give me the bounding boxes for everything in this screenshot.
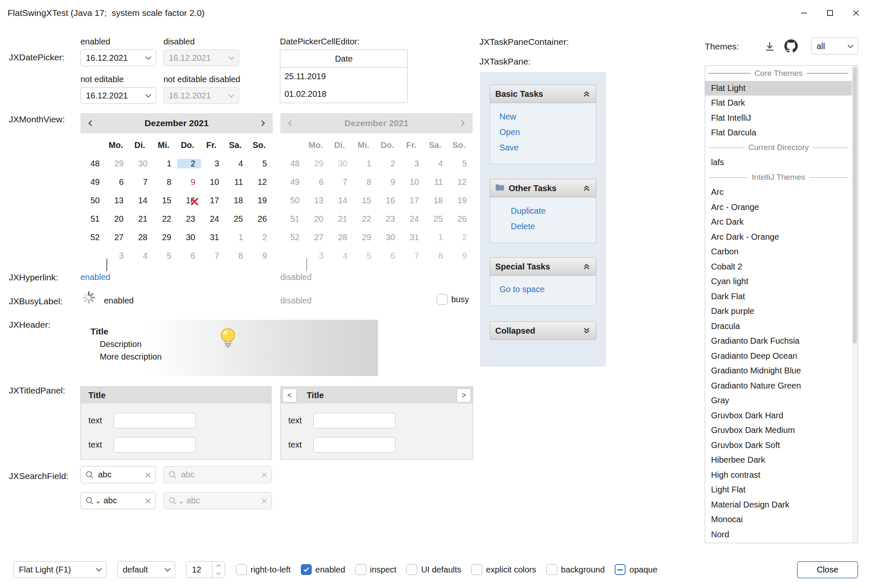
checkbox-box[interactable] [471, 564, 482, 575]
maximize-button[interactable] [817, 0, 843, 26]
taskpane-link[interactable]: Duplicate [511, 203, 596, 219]
checkbox-background[interactable]: background [546, 564, 605, 575]
calendar-day[interactable]: 19 [249, 196, 273, 205]
checkbox-busy[interactable]: busy [437, 294, 469, 305]
search-field-enabled[interactable]: abc × [80, 466, 156, 483]
calendar-day[interactable]: 29 [153, 233, 177, 242]
calendar-day[interactable]: 31 [201, 233, 225, 242]
calendar-day[interactable]: 22 [153, 214, 177, 224]
text-input[interactable] [313, 413, 396, 428]
datepicker-enabled[interactable]: 16.12.2021 [80, 49, 156, 66]
taskpane-link[interactable]: Delete [511, 219, 596, 234]
theme-list-item[interactable]: Hiberbee Dark [705, 453, 852, 468]
calendar-day[interactable]: 10 [201, 177, 225, 187]
hyperlink-enabled[interactable]: enabled [80, 272, 110, 282]
checkbox-enabled[interactable]: enabled [301, 564, 345, 575]
calendar-day[interactable]: 4 [225, 159, 249, 168]
calendar-day[interactable]: 28 [129, 233, 153, 242]
theme-list-item[interactable]: Gradianto Midnight Blue [705, 363, 852, 378]
font-combo[interactable]: default [117, 561, 175, 578]
taskpane-header-basic-tasks[interactable]: Basic Tasks [490, 85, 596, 103]
calendar-day[interactable]: 8 [153, 177, 177, 187]
calendar-day[interactable]: 6 [106, 177, 129, 187]
calendar-day[interactable]: 11 [225, 177, 249, 187]
theme-list-item[interactable]: Cobalt 2 [705, 259, 852, 275]
theme-list-item[interactable]: Dracula [705, 319, 852, 334]
checkbox-inspect[interactable]: inspect [355, 564, 396, 575]
taskpane-header-special-tasks[interactable]: Special Tasks [490, 257, 596, 276]
theme-list-item[interactable]: Arc [705, 185, 852, 200]
search-menu-arrow-icon[interactable] [96, 502, 100, 504]
checkbox-box[interactable] [236, 564, 247, 575]
taskpane-link[interactable]: Save [499, 140, 596, 155]
font-size-spinner[interactable]: 12 [186, 561, 225, 578]
theme-list-item[interactable]: Arc Dark - Orange [705, 230, 852, 245]
text-input[interactable] [114, 437, 196, 453]
calendar-day[interactable]: 1 [153, 159, 177, 168]
datepicker-dropdown-button[interactable] [141, 88, 156, 104]
theme-list-item[interactable]: Gradianto Nature Green [705, 378, 852, 394]
calendar-day[interactable]: 12 [249, 177, 273, 187]
scrollbar-thumb[interactable] [853, 67, 857, 344]
theme-list-item[interactable]: Dark Flat [705, 289, 852, 304]
checkbox-box[interactable] [615, 564, 626, 575]
theme-list-item[interactable]: Gradianto Deep Ocean [705, 349, 852, 364]
search-value[interactable]: abc [98, 470, 141, 479]
theme-list-item[interactable]: Monocai [705, 512, 852, 527]
calendar-day[interactable]: 4 [129, 251, 153, 261]
checkbox-box[interactable] [355, 564, 366, 575]
spinner-down-button[interactable] [212, 570, 225, 578]
calendar-day[interactable]: 18 [225, 196, 249, 205]
calendar-day[interactable]: 13 [106, 196, 129, 205]
theme-list[interactable]: Core ThemesFlat LightFlat DarkFlat Intel… [705, 65, 858, 543]
search-value[interactable]: abc [103, 496, 141, 505]
close-window-button[interactable] [843, 0, 869, 26]
checkbox-box[interactable] [437, 294, 447, 305]
titled-panel-left-button[interactable]: < [282, 389, 297, 402]
download-themes-button[interactable] [763, 40, 776, 55]
minimize-button[interactable] [791, 0, 817, 26]
taskpane-header-collapsed[interactable]: Collapsed [490, 321, 596, 340]
checkbox-box[interactable] [406, 564, 417, 575]
laf-combo[interactable]: Flat Light (F1) [13, 561, 106, 578]
theme-list-item[interactable]: Gruvbox Dark Medium [705, 423, 852, 438]
collapse-icon[interactable] [582, 262, 591, 271]
expand-icon[interactable] [582, 326, 591, 335]
spinner-up-button[interactable] [212, 562, 225, 570]
theme-list-item[interactable]: Carbon [705, 244, 852, 259]
calendar-day[interactable]: 30 [129, 159, 153, 168]
titled-panel-right-button[interactable]: > [457, 389, 471, 402]
checkbox-box[interactable] [546, 564, 557, 575]
calendar-day[interactable]: 1 [225, 233, 249, 242]
spinner-arrows[interactable] [212, 562, 225, 578]
theme-list-item[interactable]: High contrast [705, 468, 852, 483]
calendar-day[interactable]: 5 [249, 159, 273, 168]
calendar-day[interactable]: 30 [177, 233, 201, 242]
theme-list-item[interactable]: Gradianto Dark Fuchsia [705, 334, 852, 349]
calendar-day[interactable]: 9 [177, 177, 201, 187]
theme-list-item[interactable]: Nord [705, 527, 852, 542]
calendar-day[interactable]: 20 [106, 214, 129, 224]
github-button[interactable] [784, 39, 798, 55]
theme-list-item[interactable]: Flat Light [705, 81, 852, 96]
calendar-day[interactable]: 3 [201, 159, 225, 168]
text-input[interactable] [313, 437, 396, 453]
search-field-with-menu[interactable]: abc × [80, 492, 156, 509]
next-month-button[interactable] [251, 121, 273, 125]
prev-month-button[interactable] [80, 121, 102, 125]
calendar-day[interactable]: 9 [249, 251, 273, 261]
theme-list-item[interactable]: Cyan light [705, 274, 852, 289]
theme-list-item[interactable]: Gray [705, 393, 852, 408]
theme-list-item[interactable]: Dark purple [705, 304, 852, 319]
text-input[interactable] [114, 413, 196, 428]
collapse-icon[interactable] [582, 184, 591, 192]
calendar-day[interactable]: 2 [249, 233, 273, 242]
date-table-row[interactable]: 01.02.2018 [280, 85, 407, 103]
datepicker-not-editable[interactable]: 16.12.2021 [80, 87, 156, 104]
taskpane-link[interactable]: Go to space [499, 282, 596, 297]
theme-list-item[interactable]: Flat Dark [705, 96, 852, 111]
calendar-day[interactable]: 23 [177, 214, 201, 224]
calendar-day[interactable]: 15 [153, 196, 177, 205]
calendar-day[interactable]: 16 [177, 196, 201, 205]
datepicker-dropdown-button[interactable] [141, 50, 156, 66]
